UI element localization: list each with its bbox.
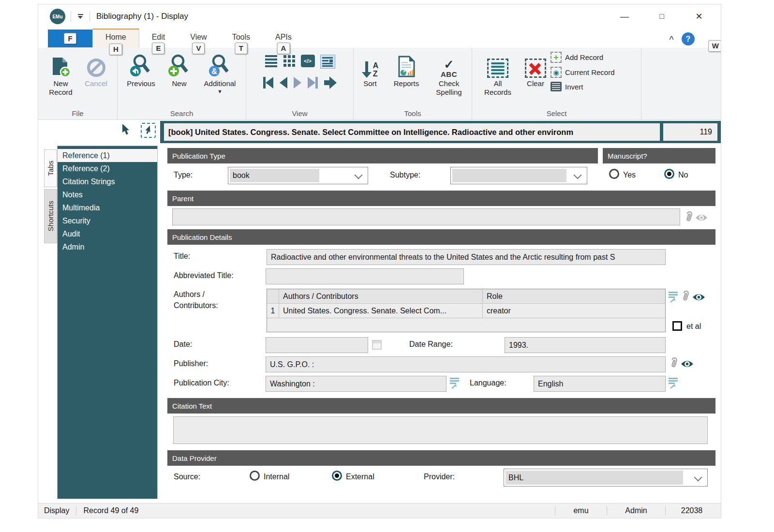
type-dropdown[interactable]: book: [228, 167, 368, 184]
tab-tools[interactable]: Tools T: [220, 29, 263, 48]
select-pointer-tool-icon[interactable]: [141, 123, 156, 138]
role-cell: creator: [483, 304, 665, 318]
collapse-ribbon-icon[interactable]: ^: [669, 34, 674, 44]
cancel-button[interactable]: Cancel: [80, 52, 112, 96]
previous-search-button[interactable]: Previous: [120, 52, 162, 94]
calendar-icon[interactable]: [372, 340, 382, 350]
additional-search-button[interactable]: & Additional ▼: [197, 52, 243, 94]
clear-label: Clear: [527, 79, 544, 88]
tab-home[interactable]: Home H: [92, 29, 139, 48]
quick-access-dropdown-icon[interactable]: [76, 14, 84, 19]
sidebar-item-reference-2[interactable]: Reference (2): [58, 162, 157, 175]
subtype-dropdown[interactable]: [450, 167, 587, 184]
previous-search-icon: [129, 52, 153, 78]
pointer-tool-icon[interactable]: [120, 123, 131, 138]
new-record-button[interactable]: New Record: [44, 52, 78, 96]
sidebar-item-security[interactable]: Security: [58, 214, 157, 227]
publisher-view-icon[interactable]: [681, 359, 694, 369]
keytip-edit: E: [152, 43, 164, 54]
window-title: Bibliography (1) - Display: [96, 12, 188, 21]
language-fill-icon[interactable]: [668, 377, 679, 389]
parent-view-icon[interactable]: [695, 213, 708, 222]
publisher-attach-icon[interactable]: [668, 356, 679, 369]
city-fill-icon[interactable]: [449, 377, 460, 389]
authors-fill-icon[interactable]: [668, 291, 679, 303]
sidebar-item-notes[interactable]: Notes: [58, 188, 157, 201]
citation-text-area[interactable]: [173, 416, 708, 444]
chevron-down-icon: [694, 473, 702, 482]
new-search-button[interactable]: New: [164, 52, 195, 94]
divider: [89, 11, 90, 22]
sidebar-item-reference-1[interactable]: Reference (1): [58, 149, 157, 162]
title-bar: EMu Bibliography (1) - Display — □ ✕: [38, 4, 721, 29]
sidebar-item-admin[interactable]: Admin: [58, 240, 157, 253]
sidebar-tab-shortcuts[interactable]: Shortcuts: [44, 189, 57, 243]
authors-table[interactable]: Authors / Contributors Role 1 United Sta…: [267, 289, 666, 332]
previous-record-button[interactable]: [280, 77, 287, 89]
authors-view-icon[interactable]: [692, 293, 705, 302]
invert-selection-button[interactable]: Invert: [551, 82, 615, 91]
keytip-file: F: [64, 33, 76, 44]
add-record-to-selection-button[interactable]: + Add Record: [551, 52, 615, 63]
tab-edit[interactable]: Edit E: [139, 29, 178, 48]
tab-apis[interactable]: APIs A: [263, 29, 304, 48]
source-external-radio[interactable]: [332, 471, 342, 481]
plus-icon: +: [554, 53, 559, 61]
minimize-button[interactable]: —: [617, 12, 632, 22]
code-view-icon[interactable]: </>: [301, 55, 315, 67]
detail-view-icon[interactable]: [320, 55, 335, 69]
parent-attach-icon[interactable]: [683, 210, 694, 223]
subtype-value: [452, 169, 566, 182]
sort-button[interactable]: A Z Sort: [355, 52, 385, 96]
status-session: 22038: [666, 506, 721, 515]
grid-view-icon[interactable]: [283, 55, 296, 67]
et-al-checkbox[interactable]: [672, 321, 682, 331]
publication-city-input[interactable]: Washington :: [266, 376, 447, 392]
date-input[interactable]: [266, 337, 368, 353]
keytip-tools: T: [235, 43, 247, 54]
tab-home-label: Home: [105, 33, 126, 41]
sidebar-item-citation-strings[interactable]: Citation Strings: [58, 175, 157, 188]
tab-view[interactable]: View V: [178, 29, 219, 48]
select-current-record-button[interactable]: ◉ Current Record: [551, 67, 615, 78]
authors-table-row[interactable]: 1 United States. Congress. Senate. Selec…: [267, 304, 665, 318]
subtype-label: Subtype:: [390, 171, 420, 179]
authors-table-header-row: Authors / Contributors Role: [267, 289, 665, 304]
group-label-file: File: [38, 109, 117, 118]
help-icon[interactable]: ?: [682, 32, 695, 45]
provider-dropdown[interactable]: BHL: [504, 469, 708, 487]
sidebar-item-multimedia[interactable]: Multimedia: [58, 201, 157, 214]
close-button[interactable]: ✕: [692, 11, 706, 22]
source-internal-radio[interactable]: [250, 471, 260, 481]
date-range-input[interactable]: 1993.: [505, 337, 666, 353]
list-view-icon[interactable]: [265, 55, 278, 68]
next-record-button[interactable]: [294, 77, 301, 89]
title-input[interactable]: Radioactive and other environmental thre…: [267, 249, 666, 265]
abbreviated-title-input[interactable]: [266, 268, 464, 284]
authors-attach-icon[interactable]: [680, 290, 690, 303]
maximize-button[interactable]: □: [655, 12, 669, 21]
last-record-button[interactable]: [308, 77, 318, 89]
previous-search-label: Previous: [127, 79, 155, 88]
reports-button[interactable]: Reports: [387, 52, 426, 96]
publisher-input[interactable]: U.S. G.P.O. :: [266, 356, 666, 372]
data-provider-header: Data Provider: [167, 450, 715, 466]
sidebar-item-audit[interactable]: Audit: [58, 227, 157, 240]
tab-view-label: View: [190, 33, 207, 41]
tab-file[interactable]: F: [48, 30, 92, 47]
manuscript-yes-radio[interactable]: [609, 169, 619, 179]
parent-input[interactable]: [172, 208, 680, 225]
manuscript-yes-label: Yes: [623, 171, 636, 179]
manuscript-no-radio[interactable]: [664, 169, 674, 179]
clear-selection-button[interactable]: Clear: [521, 52, 551, 96]
window-controls: — □ ✕: [617, 11, 706, 22]
check-spelling-button[interactable]: ✓ ABC Check Spelling: [428, 52, 470, 96]
first-record-button[interactable]: [263, 77, 273, 89]
goto-record-button[interactable]: [324, 76, 337, 89]
language-input[interactable]: English: [534, 376, 666, 392]
select-all-records-button[interactable]: All Records: [480, 52, 516, 96]
date-range-label: Date Range:: [409, 340, 453, 349]
publication-details-header: Publication Details: [167, 229, 715, 245]
authors-table-empty-row[interactable]: [267, 318, 665, 332]
sidebar-tab-tabs[interactable]: Tabs: [44, 149, 57, 187]
